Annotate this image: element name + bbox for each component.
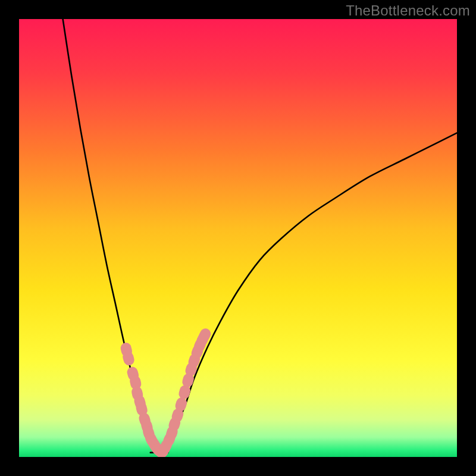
plot-area: [19, 19, 457, 457]
watermark-text: TheBottleneck.com: [346, 2, 470, 19]
curve-layer: [19, 19, 457, 457]
chart-frame: TheBottleneck.com: [0, 0, 476, 476]
